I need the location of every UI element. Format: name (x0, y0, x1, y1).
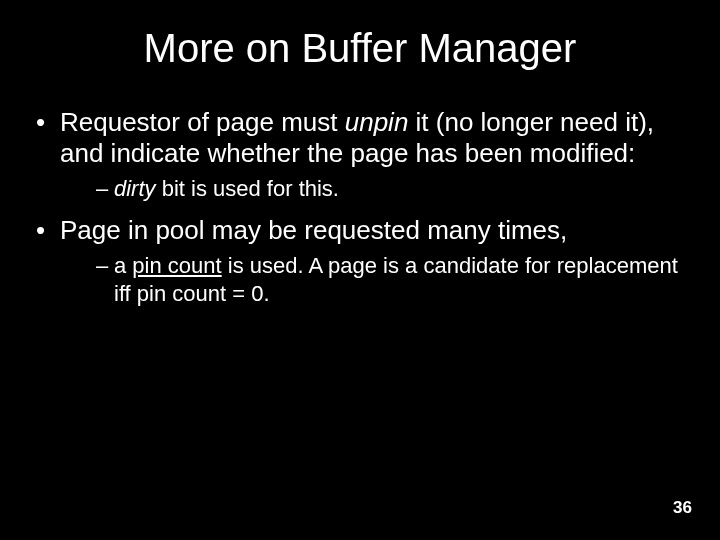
sub-item: a pin count is used. A page is a candida… (96, 252, 684, 307)
bullet-item: Requestor of page must unpin it (no long… (36, 107, 684, 203)
page-number: 36 (673, 498, 692, 518)
sub-list: a pin count is used. A page is a candida… (60, 252, 684, 307)
bullet-text: Requestor of page must unpin it (no long… (60, 107, 654, 168)
sub-item: dirty bit is used for this. (96, 175, 684, 203)
sub-text: a pin count is used. A page is a candida… (114, 253, 678, 306)
slide-title: More on Buffer Manager (36, 26, 684, 71)
sub-text: dirty bit is used for this. (114, 176, 339, 201)
bullet-item: Page in pool may be requested many times… (36, 215, 684, 307)
sub-list: dirty bit is used for this. (60, 175, 684, 203)
slide: More on Buffer Manager Requestor of page… (0, 0, 720, 540)
bullet-list: Requestor of page must unpin it (no long… (36, 107, 684, 307)
bullet-text: Page in pool may be requested many times… (60, 215, 567, 245)
